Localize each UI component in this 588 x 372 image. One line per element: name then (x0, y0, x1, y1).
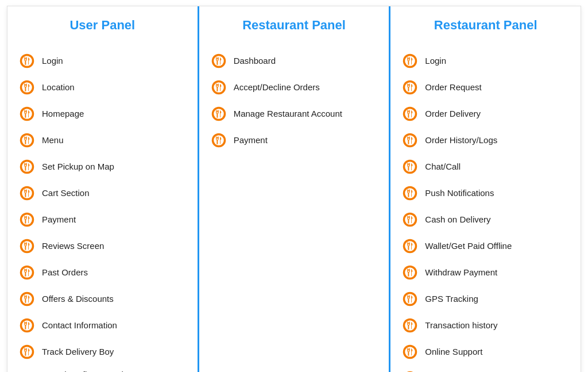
item-label: Accept/Decline Orders (234, 82, 320, 93)
item-label: Homepage (42, 108, 84, 120)
list-item: Google Map Navigation (401, 365, 570, 372)
item-label: Offers & Discounts (42, 293, 114, 305)
food-icon (401, 237, 419, 255)
panel-restaurant-panel-2: Restaurant PanelLoginOrder RequestOrder … (390, 6, 581, 372)
food-icon (401, 184, 419, 202)
food-icon (401, 78, 419, 97)
list-item: Transaction history (401, 312, 570, 339)
food-icon (18, 105, 36, 123)
svg-point-61 (214, 56, 224, 66)
item-label: Transaction history (425, 320, 497, 331)
svg-point-46 (22, 294, 32, 304)
item-label: Order History/Logs (425, 135, 497, 146)
svg-point-116 (405, 241, 416, 251)
svg-point-36 (22, 241, 32, 251)
food-icon (210, 52, 228, 70)
panel-user-panel: User PanelLoginLocationHomepageMenuSet P… (7, 6, 199, 372)
svg-point-31 (22, 214, 32, 225)
svg-point-51 (22, 320, 32, 331)
svg-point-111 (405, 214, 416, 225)
food-icon (210, 78, 228, 97)
svg-point-1 (22, 56, 32, 66)
food-icon (210, 131, 228, 149)
food-icon (401, 343, 419, 361)
food-icon (401, 105, 419, 123)
item-label: Dashboard (234, 55, 276, 67)
svg-point-131 (405, 320, 416, 331)
svg-point-106 (405, 188, 416, 198)
item-label: Cash on Delivery (425, 214, 490, 225)
item-label: Payment (42, 214, 76, 225)
list-item: Cash on Delivery (401, 206, 570, 233)
svg-point-136 (405, 347, 416, 357)
list-item: Push Notifications (401, 180, 570, 206)
panel-list-user-panel: LoginLocationHomepageMenuSet Pickup on M… (18, 48, 187, 372)
list-item: Reviews Screen (18, 233, 187, 259)
item-label: Login (42, 55, 63, 67)
svg-point-86 (405, 82, 416, 93)
list-item: Login (401, 48, 570, 74)
list-item: Search Refine Search (18, 365, 187, 372)
food-icon (401, 131, 419, 149)
item-label: Search Refine Search (42, 369, 126, 372)
svg-point-21 (22, 162, 32, 172)
food-icon (401, 52, 419, 70)
svg-point-6 (22, 82, 32, 93)
svg-point-91 (405, 109, 416, 119)
list-item: Payment (18, 206, 187, 233)
food-icon (401, 263, 419, 282)
item-label: Wallet/Get Paid Offline (425, 240, 512, 252)
item-label: Track Delivery Boy (42, 346, 114, 358)
list-item: Wallet/Get Paid Offline (401, 233, 570, 259)
item-label: Contact Information (42, 320, 117, 331)
list-item: Online Support (401, 339, 570, 365)
item-label: Manage Restaurant Account (234, 108, 342, 120)
list-item: Withdraw Payment (401, 259, 570, 286)
svg-point-41 (22, 267, 32, 278)
panel-list-restaurant-panel-2: LoginOrder RequestOrder DeliveryOrder Hi… (401, 48, 570, 372)
item-label: Past Orders (42, 267, 88, 278)
food-icon (18, 52, 36, 70)
svg-point-56 (22, 347, 32, 357)
item-label: Withdraw Payment (425, 267, 497, 278)
item-label: Location (42, 82, 75, 93)
food-icon (401, 369, 419, 372)
list-item: Track Delivery Boy (18, 339, 187, 365)
list-item: Menu (18, 127, 187, 154)
item-label: Order Delivery (425, 108, 481, 120)
panel-restaurant-panel-1: Restaurant PanelDashboardAccept/Decline … (199, 6, 391, 372)
list-item: Order History/Logs (401, 127, 570, 154)
item-label: Cart Section (42, 187, 90, 199)
list-item: Chat/Call (401, 154, 570, 180)
list-item: Past Orders (18, 259, 187, 286)
item-label: Payment (234, 135, 268, 146)
food-icon (401, 290, 419, 308)
svg-point-101 (405, 162, 416, 172)
svg-point-71 (214, 109, 224, 119)
food-icon (18, 158, 36, 176)
food-icon (18, 290, 36, 308)
list-item: Order Request (401, 74, 570, 101)
food-icon (18, 131, 36, 149)
food-icon (18, 184, 36, 202)
item-label: GPS Tracking (425, 293, 478, 305)
food-icon (18, 343, 36, 361)
food-icon (18, 78, 36, 97)
item-label: Reviews Screen (42, 240, 104, 252)
food-icon (401, 158, 419, 176)
panel-title-restaurant-panel-1: Restaurant Panel (210, 18, 379, 37)
list-item: Accept/Decline Orders (210, 74, 379, 101)
list-item: Login (18, 48, 187, 74)
list-item: Cart Section (18, 180, 187, 206)
food-icon (18, 263, 36, 282)
list-item: Set Pickup on Map (18, 154, 187, 180)
svg-point-96 (405, 135, 416, 145)
food-icon (18, 237, 36, 255)
item-label: Order Request (425, 82, 481, 93)
food-icon (210, 105, 228, 123)
panel-list-restaurant-panel-1: DashboardAccept/Decline OrdersManage Res… (210, 48, 379, 154)
list-item: Homepage (18, 101, 187, 127)
food-icon (401, 316, 419, 335)
item-label: Online Support (425, 346, 482, 358)
list-item: Payment (210, 127, 379, 154)
